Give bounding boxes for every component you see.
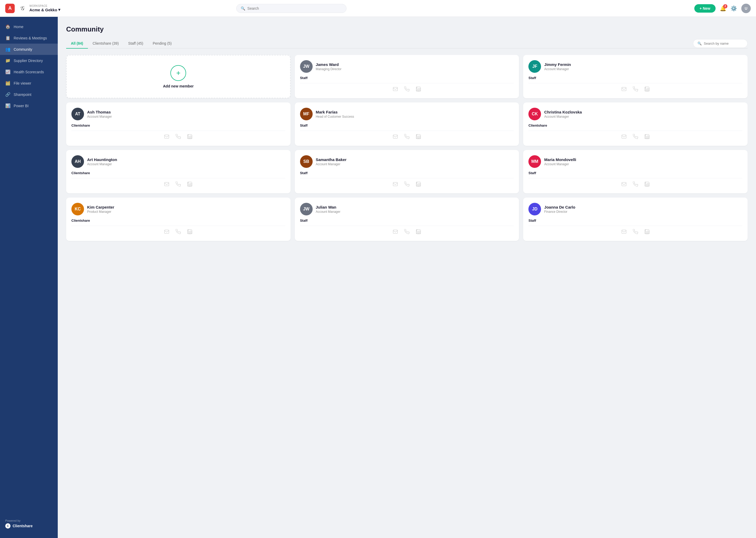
svg-rect-10	[188, 136, 188, 139]
sidebar-item-powerbi[interactable]: 📊 Power BI	[0, 100, 58, 111]
search-icon: 🔍	[241, 6, 245, 11]
phone-icon[interactable]	[404, 182, 409, 188]
phone-icon[interactable]	[176, 134, 181, 140]
sidebar-item-sharepoint[interactable]: 🔗 Sharepoint	[0, 89, 58, 100]
email-icon[interactable]	[393, 86, 398, 93]
phone-icon[interactable]	[404, 229, 409, 236]
linkedin-icon[interactable]	[187, 134, 192, 140]
linkedin-icon[interactable]	[416, 229, 421, 236]
phone-icon[interactable]	[633, 229, 638, 236]
svg-point-3	[416, 87, 417, 88]
phone-icon[interactable]	[404, 86, 409, 93]
workspace-name[interactable]: Acme & Gekko ▾	[29, 7, 60, 12]
add-circle-button[interactable]: +	[170, 65, 186, 81]
member-role: Account Manager	[544, 115, 582, 119]
member-search-input[interactable]	[704, 41, 743, 45]
svg-rect-40	[622, 230, 626, 233]
member-actions	[300, 83, 514, 93]
member-actions	[300, 178, 514, 188]
linkedin-icon[interactable]	[644, 86, 650, 93]
member-role: Managing Director	[316, 67, 342, 71]
add-member-card[interactable]: + Add new member	[66, 55, 291, 98]
sidebar-item-health[interactable]: 📈 Health Scorecards	[0, 66, 58, 78]
tab-staff[interactable]: Staff (45)	[123, 39, 148, 49]
tab-all[interactable]: All (84)	[66, 39, 88, 49]
phone-icon[interactable]	[633, 182, 638, 188]
member-card: MF Mark Farías Head of Customer Success …	[295, 102, 519, 146]
member-role: Account Manager	[544, 67, 571, 71]
member-role: Head of Customer Success	[316, 115, 354, 119]
member-header: AH Art Hauntington Account Manager	[71, 155, 285, 168]
member-type: Staff	[528, 76, 742, 80]
phone-icon[interactable]	[404, 134, 409, 140]
user-avatar[interactable]: U	[741, 4, 751, 13]
email-icon[interactable]	[393, 229, 398, 236]
sidebar-item-label: Community	[14, 47, 32, 51]
sidebar-item-label: Supplier Directory	[14, 59, 43, 63]
workspace-block: WORKSPACE Acme & Gekko ▾	[29, 4, 60, 12]
email-icon[interactable]	[393, 182, 398, 188]
workspace-label: WORKSPACE	[29, 4, 60, 7]
member-actions	[300, 226, 514, 236]
svg-point-27	[416, 182, 417, 183]
member-card: KC Kim Carpenter Product Manager Clients…	[66, 197, 291, 241]
member-card: CK Christina Kozlovska Account Manager C…	[523, 102, 748, 146]
layout: 🏠 Home 📋 Reviews & Meetings 👥 Community …	[0, 17, 756, 538]
phone-icon[interactable]	[176, 182, 181, 188]
member-avatar: JF	[528, 60, 541, 73]
member-role: Account Manager	[316, 162, 347, 166]
email-icon[interactable]	[164, 134, 169, 140]
search-icon: 🔍	[697, 41, 702, 45]
member-card: JW Julian Wan Account Manager Staff	[295, 197, 519, 241]
email-icon[interactable]	[621, 182, 627, 188]
member-header: MF Mark Farías Head of Customer Success	[300, 108, 514, 120]
linkedin-icon[interactable]	[187, 229, 192, 236]
tab-clientshare[interactable]: Clientshare (39)	[88, 39, 124, 49]
supplier-icon: 📁	[5, 58, 11, 63]
member-avatar: JW	[300, 60, 313, 73]
linkedin-icon[interactable]	[644, 134, 650, 140]
sidebar-item-label: Power BI	[14, 104, 28, 108]
sidebar-item-home[interactable]: 🏠 Home	[0, 21, 58, 32]
member-name: Kim Carpenter	[87, 205, 114, 209]
sidebar-item-community[interactable]: 👥 Community	[0, 44, 58, 55]
phone-icon[interactable]	[633, 134, 638, 140]
email-icon[interactable]	[164, 229, 169, 236]
settings-button[interactable]: ⚙️	[731, 5, 737, 12]
svg-point-23	[188, 182, 188, 183]
linkedin-icon[interactable]	[416, 182, 421, 188]
member-name: Maria Mondovelli	[544, 157, 576, 162]
svg-rect-30	[645, 184, 645, 186]
member-name: Jimmy Fermin	[544, 62, 571, 67]
email-icon[interactable]	[393, 134, 398, 140]
phone-icon[interactable]	[176, 229, 181, 236]
linkedin-icon[interactable]	[644, 182, 650, 188]
email-icon[interactable]	[621, 134, 627, 140]
sidebar-item-label: Health Scorecards	[14, 70, 44, 74]
linkedin-icon[interactable]	[644, 229, 650, 236]
svg-rect-22	[188, 184, 188, 186]
sidebar-footer: Powered by C Clientshare	[0, 514, 58, 534]
linkedin-icon[interactable]	[416, 134, 421, 140]
sharepoint-icon: 🔗	[5, 92, 11, 97]
email-icon[interactable]	[164, 182, 169, 188]
member-role: Account Manager	[87, 162, 117, 166]
new-button[interactable]: + New	[694, 4, 716, 13]
page-title: Community	[66, 25, 748, 33]
search-input[interactable]	[247, 6, 342, 11]
email-icon[interactable]	[621, 229, 627, 236]
notifications-button[interactable]: 🔔 2	[720, 5, 726, 12]
tab-pending[interactable]: Pending (5)	[148, 39, 176, 49]
phone-icon[interactable]	[633, 86, 638, 93]
sidebar-item-fileviewer[interactable]: 🗂️ File viewer	[0, 78, 58, 89]
member-name: Christina Kozlovska	[544, 110, 582, 114]
brand-footer: C Clientshare	[5, 523, 53, 528]
linkedin-icon[interactable]	[416, 86, 421, 93]
sidebar-item-supplier[interactable]: 📁 Supplier Directory	[0, 55, 58, 66]
member-header: MM Maria Mondovelli Account Manager	[528, 155, 742, 168]
member-avatar: KC	[71, 203, 84, 215]
sidebar-item-reviews[interactable]: 📋 Reviews & Meetings	[0, 32, 58, 44]
email-icon[interactable]	[621, 86, 627, 93]
brand-icon: C	[5, 523, 11, 528]
linkedin-icon[interactable]	[187, 182, 192, 188]
